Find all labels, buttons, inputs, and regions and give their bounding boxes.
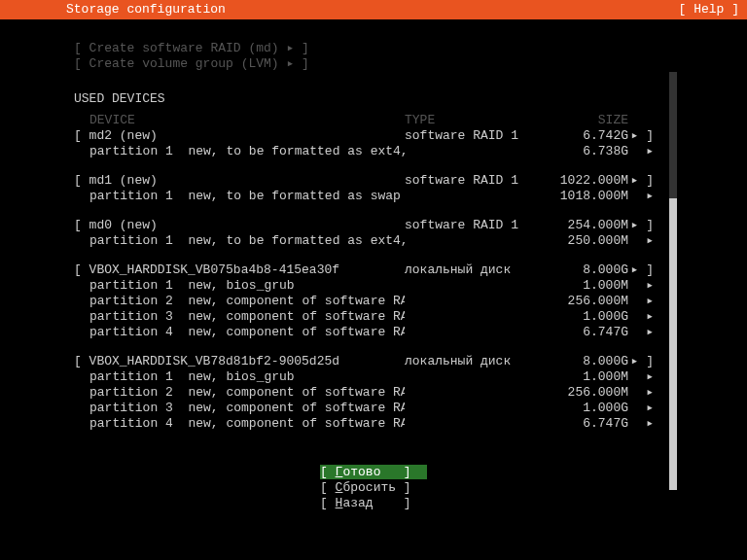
chevron-right-icon[interactable]: ▸ ]	[628, 354, 654, 369]
chevron-right-icon[interactable]: ▸	[628, 401, 654, 416]
device-name: [ md1 (new)	[74, 173, 405, 189]
device-size: 8.000G	[541, 354, 628, 369]
partition-name: partition 2 new, component of software R…	[74, 294, 405, 309]
back-button[interactable]: [ Назад ]	[320, 496, 427, 511]
chevron-right-icon[interactable]: ▸	[628, 294, 654, 309]
partition-size: 6.747G	[541, 325, 628, 340]
device-size: 8.000G	[541, 262, 628, 278]
device-type: software RAID 1	[405, 173, 541, 189]
chevron-right-icon[interactable]: ▸	[628, 144, 654, 159]
partition-row[interactable]: partition 1 new, bios_grub1.000M▸	[0, 278, 747, 294]
partition-row[interactable]: partition 4 new, component of software R…	[0, 325, 747, 340]
create-raid-action[interactable]: [ Create software RAID (md) ▸ ]	[0, 41, 747, 56]
partition-size: 256.000M	[541, 294, 628, 309]
chevron-right-icon[interactable]: ▸	[628, 385, 654, 401]
chevron-right-icon[interactable]: ▸	[628, 309, 654, 325]
main-content: [ Create software RAID (md) ▸ ] [ Create…	[0, 19, 747, 511]
partition-size: 6.747G	[541, 416, 628, 432]
partition-row[interactable]: partition 1 new, to be formatted as ext4…	[0, 144, 747, 159]
page-title: Storage configuration	[8, 2, 226, 18]
partition-row[interactable]: partition 3 new, component of software R…	[0, 309, 747, 325]
device-type: software RAID 1	[405, 218, 541, 233]
device-row[interactable]: [ md0 (new)software RAID 1254.000M▸ ]	[0, 218, 747, 233]
device-size: 1022.000M	[541, 173, 628, 189]
partition-name: partition 1 new, to be formatted as swap	[74, 189, 405, 204]
partition-name: partition 1 new, bios_grub	[74, 278, 405, 294]
chevron-right-icon[interactable]: ▸	[628, 369, 654, 385]
partition-name: partition 1 new, bios_grub	[74, 369, 405, 385]
device-name: [ md2 (new)	[74, 128, 405, 144]
used-devices-heading: USED DEVICES	[0, 91, 747, 107]
device-type: локальный диск	[405, 354, 541, 369]
partition-size: 250.000M	[541, 233, 628, 249]
device-row[interactable]: [ md1 (new)software RAID 11022.000M▸ ]	[0, 173, 747, 189]
chevron-right-icon[interactable]: ▸ ]	[628, 128, 654, 144]
partition-name: partition 2 new, component of software R…	[74, 385, 405, 401]
device-row[interactable]: [ VBOX_HARDDISK_VB075ba4b8-415ea30fлокал…	[0, 262, 747, 278]
device-name: [ md0 (new)	[74, 218, 405, 233]
partition-size: 1.000M	[541, 369, 628, 385]
partition-row[interactable]: partition 4 new, component of software R…	[0, 416, 747, 432]
chevron-right-icon[interactable]: ▸ ]	[628, 262, 654, 278]
col-size: SIZE	[541, 113, 628, 128]
partition-name: partition 3 new, component of software R…	[74, 401, 405, 416]
partition-row[interactable]: partition 1 new, to be formatted as ext4…	[0, 233, 747, 249]
device-list: [ md2 (new)software RAID 16.742G▸ ]parti…	[0, 128, 747, 445]
title-bar: Storage configuration [ Help ]	[0, 0, 747, 19]
col-type: TYPE	[405, 113, 541, 128]
device-name: [ VBOX_HARDDISK_VB075ba4b8-415ea30f	[74, 262, 405, 278]
reset-button[interactable]: [ Сбросить ]	[320, 480, 427, 496]
device-size: 6.742G	[541, 128, 628, 144]
footer-buttons: [ Готово ] [ Сбросить ] [ Назад ]	[0, 465, 747, 511]
device-row[interactable]: [ md2 (new)software RAID 16.742G▸ ]	[0, 128, 747, 144]
partition-size: 1018.000M	[541, 189, 628, 204]
create-lvm-action[interactable]: [ Create volume group (LVM) ▸ ]	[0, 56, 747, 72]
partition-name: partition 4 new, component of software R…	[74, 325, 405, 340]
partition-name: partition 1 new, to be formatted as ext4…	[74, 233, 405, 249]
partition-row[interactable]: partition 1 new, bios_grub1.000M▸	[0, 369, 747, 385]
chevron-right-icon[interactable]: ▸ ]	[628, 173, 654, 189]
partition-row[interactable]: partition 2 new, component of software R…	[0, 385, 747, 401]
partition-row[interactable]: partition 1 new, to be formatted as swap…	[0, 189, 747, 204]
chevron-right-icon[interactable]: ▸	[628, 325, 654, 340]
partition-name: partition 1 new, to be formatted as ext4…	[74, 144, 405, 159]
scrollbar-thumb[interactable]	[669, 198, 677, 490]
chevron-right-icon[interactable]: ▸	[628, 233, 654, 249]
device-name: [ VBOX_HARDDISK_VB78d81bf2-9005d25d	[74, 354, 405, 369]
partition-row[interactable]: partition 2 new, component of software R…	[0, 294, 747, 309]
partition-row[interactable]: partition 3 new, component of software R…	[0, 401, 747, 416]
partition-size: 1.000G	[541, 401, 628, 416]
partition-name: partition 3 new, component of software R…	[74, 309, 405, 325]
chevron-right-icon[interactable]: ▸	[628, 416, 654, 432]
help-button[interactable]: [ Help ]	[679, 2, 739, 18]
device-type: software RAID 1	[405, 128, 541, 144]
done-button[interactable]: [ Готово ]	[320, 465, 427, 480]
chevron-right-icon[interactable]: ▸ ]	[628, 218, 654, 233]
column-headers: DEVICE TYPE SIZE	[0, 113, 747, 128]
device-type: локальный диск	[405, 262, 541, 278]
chevron-right-icon[interactable]: ▸	[628, 189, 654, 204]
device-row[interactable]: [ VBOX_HARDDISK_VB78d81bf2-9005d25dлокал…	[0, 354, 747, 369]
chevron-right-icon[interactable]: ▸	[628, 278, 654, 294]
partition-size: 1.000M	[541, 278, 628, 294]
partition-size: 6.738G	[541, 144, 628, 159]
scrollbar-track[interactable]	[669, 72, 677, 490]
partition-size: 256.000M	[541, 385, 628, 401]
device-size: 254.000M	[541, 218, 628, 233]
partition-size: 1.000G	[541, 309, 628, 325]
col-device: DEVICE	[74, 113, 405, 128]
partition-name: partition 4 new, component of software R…	[74, 416, 405, 432]
